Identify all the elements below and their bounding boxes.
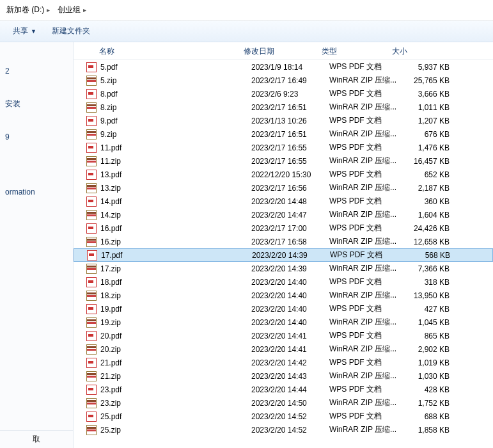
nav-item[interactable]: [0, 87, 73, 95]
file-row[interactable]: 23.zip2023/2/20 14:50WinRAR ZIP 压缩...1,7…: [74, 396, 493, 410]
file-name-cell[interactable]: 11.zip: [86, 156, 251, 166]
file-date-cell: 2023/1/9 18:14: [251, 63, 329, 72]
file-date-cell: 2023/2/20 14:39: [251, 264, 329, 273]
nav-item[interactable]: 9: [0, 129, 73, 145]
breadcrumb-segment[interactable]: 新加卷 (D:) ▸: [3, 2, 54, 18]
nav-item[interactable]: [0, 176, 73, 184]
file-name-cell[interactable]: 25.pdf: [86, 412, 251, 422]
file-name-cell[interactable]: 8.zip: [86, 102, 251, 113]
file-name-cell[interactable]: 17.zip: [86, 264, 251, 274]
file-row[interactable]: 13.pdf2022/12/20 15:30WPS PDF 文档652 KB: [74, 168, 493, 181]
file-row[interactable]: 11.pdf2023/2/17 16:55WPS PDF 文档1,476 KB: [74, 141, 493, 154]
nav-item[interactable]: 安装: [0, 95, 73, 113]
zip-file-icon: [86, 425, 97, 435]
file-row[interactable]: 16.zip2023/2/17 16:58WinRAR ZIP 压缩...12,…: [74, 235, 493, 248]
nav-item[interactable]: [0, 121, 73, 129]
file-type-cell: WinRAR ZIP 压缩...: [329, 129, 400, 140]
nav-item[interactable]: 2: [0, 63, 73, 79]
column-header-type[interactable]: 类型: [317, 42, 387, 60]
nav-item[interactable]: [0, 208, 73, 216]
file-row[interactable]: 8.pdf2023/2/6 9:23WPS PDF 文档3,666 KB: [74, 87, 493, 100]
column-header-name[interactable]: 名称: [74, 42, 239, 60]
file-row[interactable]: 18.pdf2023/2/20 14:40WPS PDF 文档318 KB: [74, 275, 493, 289]
file-name-cell[interactable]: 5.zip: [86, 76, 251, 86]
file-name-cell[interactable]: 23.pdf: [86, 385, 251, 395]
column-header-date[interactable]: 修改日期: [239, 42, 317, 60]
navigation-pane[interactable]: 2安装9ormation 取: [0, 42, 74, 448]
chevron-right-icon[interactable]: ▸: [47, 6, 50, 13]
file-name-cell[interactable]: 19.zip: [86, 317, 251, 328]
file-row[interactable]: 9.pdf2023/1/13 10:26WPS PDF 文档1,207 KB: [74, 114, 493, 127]
file-name-cell[interactable]: 17.pdf: [87, 250, 252, 260]
address-bar[interactable]: 新加卷 (D:) ▸ 创业组 ▸: [0, 0, 493, 20]
file-row[interactable]: 14.zip2023/2/20 14:47WinRAR ZIP 压缩...1,6…: [74, 208, 493, 221]
file-date-cell: 2023/2/20 14:40: [251, 291, 329, 300]
file-row[interactable]: 14.pdf2023/2/20 14:48WPS PDF 文档360 KB: [74, 195, 493, 208]
file-row[interactable]: 19.zip2023/2/20 14:40WinRAR ZIP 压缩...1,0…: [74, 316, 493, 329]
file-name-cell[interactable]: 21.zip: [86, 371, 251, 381]
nav-item[interactable]: [0, 79, 73, 87]
file-name-cell[interactable]: 5.pdf: [86, 62, 251, 72]
file-name-cell[interactable]: 19.pdf: [86, 304, 251, 314]
nav-item[interactable]: [0, 161, 73, 168]
file-name-cell[interactable]: 20.zip: [86, 344, 251, 355]
nav-item[interactable]: [0, 200, 73, 208]
file-name-cell[interactable]: 21.pdf: [86, 358, 251, 368]
file-row[interactable]: 20.pdf2023/2/20 14:41WPS PDF 文档865 KB: [74, 329, 493, 342]
file-type-cell: WinRAR ZIP 压缩...: [329, 424, 400, 435]
file-row[interactable]: 21.pdf2023/2/20 14:42WPS PDF 文档1,019 KB: [74, 356, 493, 369]
file-row[interactable]: 19.pdf2023/2/20 14:40WPS PDF 文档427 KB: [74, 302, 493, 316]
file-name-cell[interactable]: 9.zip: [86, 129, 251, 140]
file-name-cell[interactable]: 13.pdf: [86, 170, 251, 180]
nav-item[interactable]: [0, 153, 73, 161]
nav-item[interactable]: [0, 216, 73, 223]
file-name-cell[interactable]: 16.pdf: [86, 223, 251, 234]
file-row[interactable]: 16.pdf2023/2/17 17:00WPS PDF 文档24,426 KB: [74, 221, 493, 235]
file-row[interactable]: 25.pdf2023/2/20 14:52WPS PDF 文档688 KB: [74, 410, 493, 423]
breadcrumb-segment[interactable]: 创业组 ▸: [54, 2, 90, 18]
file-row[interactable]: 9.zip2023/2/17 16:51WinRAR ZIP 压缩...676 …: [74, 127, 493, 141]
chevron-right-icon[interactable]: ▸: [83, 6, 86, 13]
file-name-cell[interactable]: 16.zip: [86, 237, 251, 247]
file-name-cell[interactable]: 20.pdf: [86, 331, 251, 341]
file-name-cell[interactable]: 23.zip: [86, 398, 251, 408]
file-type-cell: WPS PDF 文档: [329, 357, 400, 368]
file-name-cell[interactable]: 9.pdf: [86, 116, 251, 126]
file-date-cell: 2023/2/6 9:23: [251, 90, 329, 99]
column-header-size[interactable]: 大小: [387, 42, 444, 60]
nav-item[interactable]: [0, 55, 73, 63]
file-row[interactable]: 8.zip2023/2/17 16:51WinRAR ZIP 压缩...1,01…: [74, 100, 493, 114]
file-row[interactable]: 25.zip2023/2/20 14:52WinRAR ZIP 压缩...1,8…: [74, 423, 493, 436]
nav-item[interactable]: ormation: [0, 184, 73, 200]
file-row[interactable]: 20.zip2023/2/20 14:41WinRAR ZIP 压缩...2,9…: [74, 342, 493, 356]
nav-item[interactable]: [0, 113, 73, 121]
file-row[interactable]: 18.zip2023/2/20 14:40WinRAR ZIP 压缩...13,…: [74, 289, 493, 302]
file-date-cell: 2023/1/13 10:26: [251, 116, 329, 125]
file-name-cell[interactable]: 11.pdf: [86, 143, 251, 153]
file-row[interactable]: 5.zip2023/2/17 16:49WinRAR ZIP 压缩...25,7…: [74, 74, 493, 87]
file-name-cell[interactable]: 14.zip: [86, 210, 251, 220]
nav-item[interactable]: [0, 168, 73, 176]
file-name-label: 11.pdf: [100, 143, 121, 152]
file-name-cell[interactable]: 14.pdf: [86, 196, 251, 207]
new-folder-button[interactable]: 新建文件夹: [47, 23, 95, 39]
file-name-cell[interactable]: 25.zip: [86, 425, 251, 435]
file-row[interactable]: 13.zip2023/2/17 16:56WinRAR ZIP 压缩...2,1…: [74, 181, 493, 195]
file-row[interactable]: 11.zip2023/2/17 16:55WinRAR ZIP 压缩...16,…: [74, 154, 493, 168]
nav-bottom-button[interactable]: 取: [0, 430, 73, 448]
file-row[interactable]: 17.pdf2023/2/20 14:39WPS PDF 文档568 KB: [74, 248, 493, 262]
file-name-cell[interactable]: 18.pdf: [86, 277, 251, 287]
file-row[interactable]: 21.zip2023/2/20 14:43WinRAR ZIP 压缩...1,0…: [74, 369, 493, 383]
file-name-cell[interactable]: 13.zip: [86, 183, 251, 193]
file-name-cell[interactable]: 18.zip: [86, 291, 251, 301]
file-list-pane[interactable]: 名称 修改日期 类型 大小 5.pdf2023/1/9 18:14WPS PDF…: [74, 42, 493, 448]
file-row[interactable]: 23.pdf2023/2/20 14:44WPS PDF 文档428 KB: [74, 383, 493, 396]
file-name-label: 19.pdf: [100, 305, 121, 314]
file-row[interactable]: 5.pdf2023/1/9 18:14WPS PDF 文档5,937 KB: [74, 60, 493, 74]
share-button[interactable]: 共享 ▼: [8, 23, 42, 39]
nav-item[interactable]: [0, 223, 73, 231]
nav-item[interactable]: [0, 145, 73, 153]
file-row[interactable]: 17.zip2023/2/20 14:39WinRAR ZIP 压缩...7,3…: [74, 262, 493, 275]
file-name-cell[interactable]: 8.pdf: [86, 89, 251, 99]
nav-item[interactable]: [0, 47, 73, 55]
